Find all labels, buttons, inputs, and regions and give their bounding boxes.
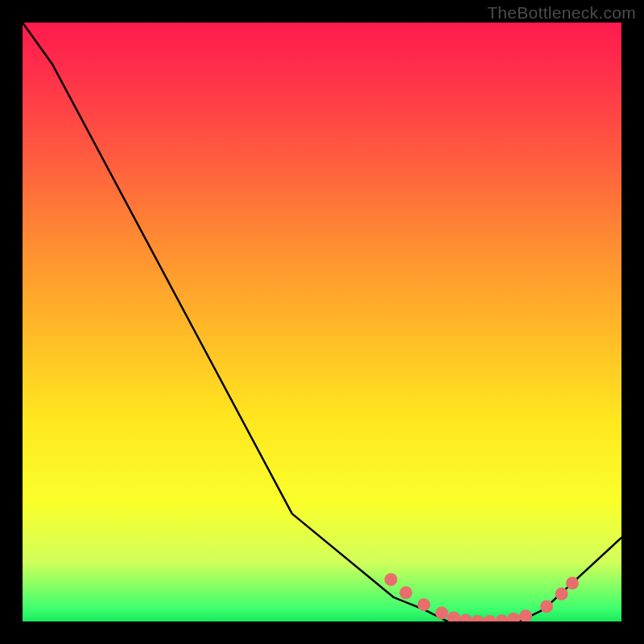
curve-marker — [436, 607, 448, 620]
curve-marker — [495, 614, 508, 621]
curve-marker — [566, 576, 579, 589]
curve-marker — [540, 600, 553, 613]
curve-marker — [399, 586, 412, 599]
chart-stage: TheBottleneck.com — [0, 0, 644, 644]
curve-marker — [471, 615, 484, 621]
bottleneck-curve — [23, 23, 621, 621]
watermark-text: TheBottleneck.com — [487, 3, 636, 23]
curve-marker — [418, 598, 431, 611]
plot-area — [23, 23, 621, 621]
marker-group — [385, 573, 579, 621]
curve-marker — [483, 615, 496, 621]
curve-marker — [385, 573, 398, 586]
curve-layer — [23, 23, 621, 621]
curve-marker — [460, 614, 473, 622]
curve-marker — [555, 588, 568, 601]
curve-marker — [507, 613, 520, 621]
curve-marker — [519, 609, 532, 621]
curve-marker — [448, 612, 460, 622]
